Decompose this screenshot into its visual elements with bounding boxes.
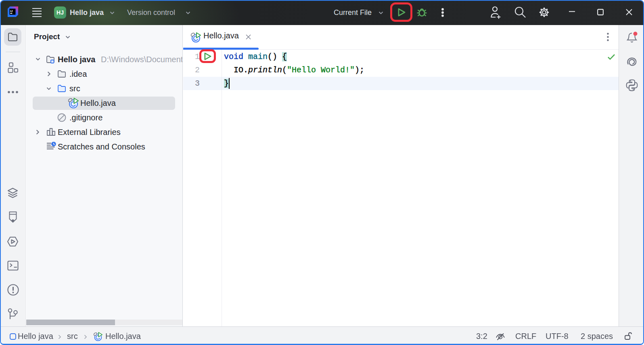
svg-text:IJ: IJ <box>10 9 13 13</box>
